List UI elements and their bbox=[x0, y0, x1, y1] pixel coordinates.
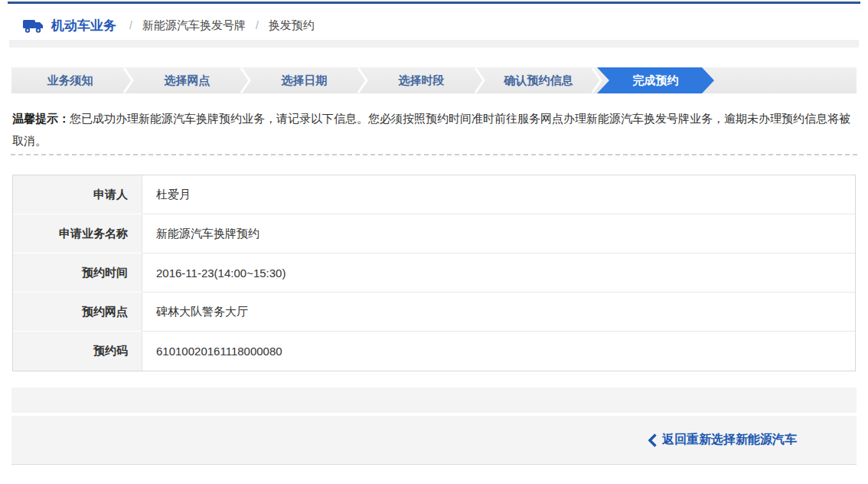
step-tab-select-branch[interactable]: 选择网点 bbox=[129, 67, 246, 93]
row-value-branch: 碑林大队警务大厅 bbox=[142, 293, 855, 332]
breadcrumb-item-service[interactable]: 新能源汽车换发号牌 bbox=[142, 18, 246, 33]
reservation-details-table: 申请人 杜爱月 申请业务名称 新能源汽车换牌预约 预约时间 2016-11-23… bbox=[12, 175, 856, 371]
step-label: 选择日期 bbox=[282, 74, 328, 88]
top-accent-line bbox=[8, 2, 860, 4]
back-link-label: 返回重新选择新能源汽车 bbox=[662, 432, 797, 448]
success-notice: 温馨提示：您已成功办理新能源汽车换牌预约业务，请记录以下信息。您必须按照预约时间… bbox=[12, 107, 856, 152]
table-row-business-name: 申请业务名称 新能源汽车换牌预约 bbox=[13, 214, 855, 253]
header-bottom-strip bbox=[9, 40, 859, 47]
step-tab-confirm-info[interactable]: 确认预约信息 bbox=[480, 67, 597, 93]
breadcrumb-item-current[interactable]: 换发预约 bbox=[269, 18, 315, 33]
step-label: 确认预约信息 bbox=[504, 74, 573, 88]
table-row-reservation-code: 预约码 61010020161118000080 bbox=[13, 332, 855, 371]
step-tab-select-date[interactable]: 选择日期 bbox=[246, 67, 363, 93]
notice-prefix: 温馨提示： bbox=[12, 112, 70, 125]
table-row-appointment-time: 预约时间 2016-11-23(14:00~15:30) bbox=[13, 253, 855, 293]
step-label: 选择网点 bbox=[165, 74, 210, 88]
step-label: 完成预约 bbox=[633, 74, 679, 88]
row-value-appointment-time: 2016-11-23(14:00~15:30) bbox=[142, 253, 855, 293]
row-label: 申请人 bbox=[13, 175, 142, 214]
step-tab-complete-active[interactable]: 完成预约 bbox=[597, 67, 714, 93]
spacer-gray-bar bbox=[11, 388, 857, 413]
dashed-divider bbox=[11, 154, 857, 155]
row-label: 预约码 bbox=[13, 332, 142, 371]
chevron-left-icon bbox=[648, 433, 657, 447]
table-row-applicant: 申请人 杜爱月 bbox=[13, 175, 855, 214]
breadcrumb-section-title[interactable]: 机动车业务 bbox=[51, 17, 116, 34]
back-to-vehicle-select-link[interactable]: 返回重新选择新能源汽车 bbox=[648, 432, 797, 448]
notice-text: 您已成功办理新能源汽车换牌预约业务，请记录以下信息。您必须按照预约时间准时前往服… bbox=[12, 112, 850, 147]
step-progress-bar: 业务须知 选择网点 选择日期 选择时段 确认预约信息 完成预约 bbox=[11, 67, 857, 93]
row-label: 预约网点 bbox=[13, 293, 142, 332]
row-value-business-name: 新能源汽车换牌预约 bbox=[142, 214, 855, 253]
step-label: 业务须知 bbox=[47, 74, 93, 88]
row-label: 申请业务名称 bbox=[13, 214, 142, 253]
step-label: 选择时段 bbox=[399, 74, 445, 88]
breadcrumb-separator: / bbox=[256, 19, 259, 31]
step-separator-chevron-icon bbox=[591, 67, 602, 93]
table-row-branch: 预约网点 碑林大队警务大厅 bbox=[13, 293, 855, 332]
truck-icon bbox=[23, 18, 44, 34]
footer-action-panel: 返回重新选择新能源汽车 bbox=[11, 416, 857, 465]
step-tab-select-time[interactable]: 选择时段 bbox=[363, 67, 480, 93]
step-tab-notice[interactable]: 业务须知 bbox=[11, 67, 129, 93]
breadcrumb: 机动车业务 / 新能源汽车换发号牌 / 换发预约 bbox=[9, 8, 859, 43]
row-value-applicant: 杜爱月 bbox=[142, 175, 855, 214]
breadcrumb-separator: / bbox=[129, 19, 132, 31]
row-value-reservation-code: 61010020161118000080 bbox=[142, 332, 855, 371]
row-label: 预约时间 bbox=[13, 253, 142, 293]
